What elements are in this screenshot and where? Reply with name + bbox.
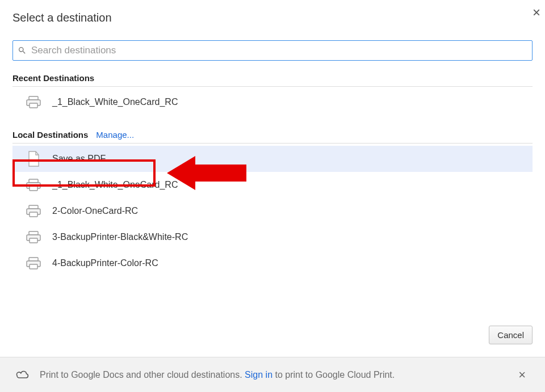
destination-label: 4-BackupPrinter-Color-RC xyxy=(52,258,158,268)
printer-icon xyxy=(25,255,42,272)
printer-icon xyxy=(25,176,42,193)
destination-label: Save as PDF xyxy=(52,154,106,164)
cancel-button[interactable]: Cancel xyxy=(489,326,533,344)
cloud-icon xyxy=(15,369,30,381)
local-destinations-list: Save as PDF_1_Black_White_OneCard_RC2-Co… xyxy=(12,146,533,276)
footer-text-after: to print to Google Cloud Print. xyxy=(272,370,395,380)
pdf-icon xyxy=(25,150,42,167)
printer-icon xyxy=(25,229,42,246)
recent-destinations-header: Recent Destinations xyxy=(12,73,533,87)
dialog-buttons: Cancel xyxy=(489,326,533,344)
signin-link[interactable]: Sign in xyxy=(245,370,272,380)
close-icon[interactable]: × xyxy=(533,6,540,19)
search-field-wrap[interactable] xyxy=(12,40,533,61)
destination-item[interactable]: Save as PDF xyxy=(12,146,533,172)
manage-link[interactable]: Manage... xyxy=(96,130,134,140)
footer-text: Print to Google Docs and other cloud des… xyxy=(40,370,514,380)
destination-label: 3-BackupPrinter-Black&White-RC xyxy=(52,232,188,242)
printer-icon xyxy=(25,94,42,111)
destination-dialog: × Select a destination Recent Destinatio… xyxy=(0,0,545,276)
footer-close-icon[interactable]: × xyxy=(514,365,530,385)
destination-label: _1_Black_White_OneCard_RC xyxy=(52,97,178,107)
search-input[interactable] xyxy=(31,45,527,56)
destination-item[interactable]: 4-BackupPrinter-Color-RC xyxy=(12,250,533,276)
destination-label: 2-Color-OneCard-RC xyxy=(52,206,138,216)
printer-icon xyxy=(25,203,42,220)
destination-item[interactable]: _1_Black_White_OneCard_RC xyxy=(12,89,533,115)
destination-item[interactable]: 2-Color-OneCard-RC xyxy=(12,198,533,224)
local-destinations-header: Local Destinations xyxy=(12,130,88,140)
recent-destinations-list: _1_Black_White_OneCard_RC xyxy=(12,89,533,115)
dialog-title: Select a destination xyxy=(12,11,533,24)
search-icon xyxy=(18,46,27,55)
cloud-print-footer: Print to Google Docs and other cloud des… xyxy=(0,357,545,392)
footer-text-before: Print to Google Docs and other cloud des… xyxy=(40,370,245,380)
destination-label: _1_Black_White_OneCard_RC xyxy=(52,180,178,190)
destination-item[interactable]: 3-BackupPrinter-Black&White-RC xyxy=(12,224,533,250)
destination-item[interactable]: _1_Black_White_OneCard_RC xyxy=(12,172,533,198)
local-destinations-header-row: Local Destinations Manage... xyxy=(12,130,533,144)
